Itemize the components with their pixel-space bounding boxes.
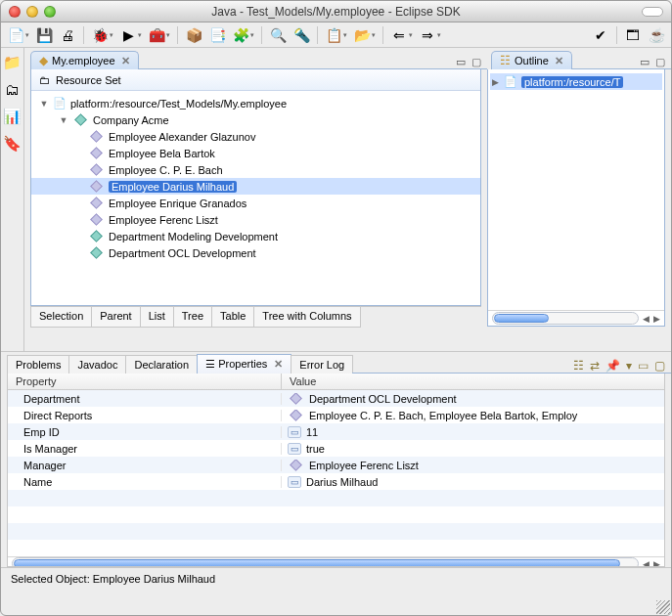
- chevron-down-icon[interactable]: ▾: [372, 31, 376, 39]
- expand-icon[interactable]: ▼: [59, 115, 68, 125]
- tree-employee[interactable]: Employee Bela Bartok: [31, 145, 480, 161]
- external-tools-button[interactable]: 🧰: [146, 25, 167, 45]
- properties-scrollbar[interactable]: ◀ ▶: [8, 556, 664, 567]
- chevron-down-icon[interactable]: ▾: [409, 31, 413, 39]
- view-tab-declaration[interactable]: Declaration: [125, 355, 198, 374]
- chevron-down-icon[interactable]: ▾: [166, 31, 170, 39]
- hierarchy-icon[interactable]: 🗂: [5, 81, 20, 98]
- window-titlebar: Java - Test_Models/My.employee - Eclipse…: [1, 1, 671, 22]
- toolbar-toggle-icon[interactable]: [642, 7, 663, 17]
- copy-button[interactable]: 📋: [323, 25, 344, 45]
- print-button[interactable]: 🖨: [57, 25, 78, 45]
- tree-company[interactable]: ▼ Company Acme: [31, 111, 480, 128]
- expand-icon[interactable]: ▼: [39, 99, 49, 109]
- tree-employee[interactable]: Employee Alexander Glazunov: [31, 128, 480, 145]
- status-bar: Selected Object: Employee Darius Milhaud: [1, 567, 671, 589]
- open-type-button[interactable]: 🔍: [267, 25, 289, 45]
- perspective-button[interactable]: 🗔: [622, 25, 644, 45]
- debug-button[interactable]: 🐞: [89, 25, 111, 45]
- tree-employee[interactable]: Employee Ferenc Liszt: [31, 211, 480, 228]
- save-button[interactable]: 💾: [33, 25, 55, 45]
- tree-employee[interactable]: Employee Darius Milhaud: [31, 178, 480, 195]
- tree-employee[interactable]: Employee C. P. E. Bach: [31, 161, 480, 178]
- editor-mode-tab[interactable]: Selection: [30, 307, 92, 328]
- property-row[interactable]: Name▭Darius Milhaud: [8, 473, 664, 490]
- pin-icon[interactable]: 📌: [605, 359, 620, 373]
- scroll-left-icon[interactable]: ◀: [643, 314, 650, 324]
- tree-root[interactable]: ▼ 📄 platform:/resource/Test_Models/My.em…: [31, 95, 480, 111]
- scrollbar-thumb[interactable]: [14, 559, 620, 567]
- maximize-view-icon[interactable]: ▢: [471, 56, 481, 68]
- view-tab-properties[interactable]: ☰ Properties ✕: [197, 354, 291, 374]
- editor-tab[interactable]: ◆ My.employee ✕: [30, 51, 139, 69]
- tree-icon[interactable]: ☷: [573, 359, 584, 373]
- value-column-header[interactable]: Value: [282, 374, 324, 389]
- minimize-view-icon[interactable]: ▭: [640, 56, 650, 68]
- validate-button[interactable]: ✔: [590, 25, 611, 45]
- minimize-view-icon[interactable]: ▭: [456, 56, 466, 68]
- scroll-left-icon[interactable]: ◀: [643, 559, 650, 568]
- chevron-down-icon[interactable]: ▾: [250, 31, 254, 39]
- property-row[interactable]: DepartmentDepartment OCL Development: [8, 390, 664, 407]
- property-value: 11: [306, 426, 318, 438]
- max-icon[interactable]: ▢: [654, 359, 665, 373]
- paste-button[interactable]: 📂: [351, 25, 373, 45]
- tree-item-label: Employee Bela Bartok: [109, 148, 215, 159]
- chevron-down-icon[interactable]: ▾: [25, 31, 29, 39]
- tree-department[interactable]: Department Modeling Development: [31, 228, 480, 244]
- chevron-down-icon[interactable]: ▾: [138, 31, 142, 39]
- new-button[interactable]: 📄: [5, 25, 26, 45]
- left-trim: 📁 🗂 📊 🔖: [1, 48, 24, 351]
- property-row[interactable]: Is Manager▭true: [8, 440, 664, 457]
- navigator-icon[interactable]: 📊: [3, 108, 22, 125]
- editor-tab-label: My.employee: [52, 55, 115, 66]
- close-icon[interactable]: ✕: [121, 55, 130, 67]
- filter-icon[interactable]: ⇄: [590, 359, 600, 373]
- resource-tree[interactable]: ▼ 📄 platform:/resource/Test_Models/My.em…: [31, 91, 480, 305]
- property-row[interactable]: Direct ReportsEmployee C. P. E. Bach, Em…: [8, 407, 664, 423]
- expand-icon[interactable]: ▶: [490, 77, 500, 87]
- property-row[interactable]: ManagerEmployee Ferenc Liszt: [8, 457, 664, 473]
- view-tab-javadoc[interactable]: Javadoc: [68, 355, 126, 374]
- menu-icon[interactable]: ▾: [626, 359, 632, 373]
- scrollbar-thumb[interactable]: [494, 314, 549, 323]
- back-button[interactable]: ⇐: [388, 25, 410, 45]
- java-perspective-button[interactable]: ☕: [646, 25, 667, 45]
- close-icon[interactable]: ✕: [555, 55, 563, 67]
- outline-tab[interactable]: ☷ Outline ✕: [491, 51, 572, 69]
- min-icon[interactable]: ▭: [638, 359, 649, 373]
- view-tab-error-log[interactable]: Error Log: [291, 355, 353, 374]
- editor-mode-tab[interactable]: Tree: [174, 307, 212, 328]
- bookmark-icon[interactable]: 🔖: [3, 135, 22, 153]
- chevron-down-icon[interactable]: ▾: [343, 31, 347, 39]
- outline-scrollbar[interactable]: ◀ ▶: [488, 310, 664, 326]
- chevron-down-icon[interactable]: ▾: [110, 31, 113, 39]
- resize-grip-icon[interactable]: [656, 600, 670, 614]
- tree-department[interactable]: Department OCL Development: [31, 244, 480, 261]
- outline-item[interactable]: ▶ 📄 platform:/resource/T: [490, 73, 662, 90]
- editor-mode-tab[interactable]: Tree with Columns: [254, 307, 360, 328]
- editor-mode-tab[interactable]: Parent: [92, 307, 140, 328]
- new-class-button[interactable]: 📑: [206, 25, 228, 45]
- search-button[interactable]: 🔦: [291, 25, 312, 45]
- package-explorer-icon[interactable]: 📁: [3, 54, 22, 71]
- new-package-button[interactable]: 📦: [183, 25, 204, 45]
- scroll-right-icon[interactable]: ▶: [653, 559, 660, 568]
- chevron-down-icon[interactable]: ▾: [437, 31, 441, 39]
- view-tab-problems[interactable]: Problems: [7, 355, 69, 374]
- diamond-icon: [90, 246, 103, 259]
- property-column-header[interactable]: Property: [8, 374, 282, 389]
- scroll-right-icon[interactable]: ▶: [653, 314, 660, 324]
- tree-employee[interactable]: Employee Enrique Granados: [31, 195, 480, 211]
- editor-mode-tab[interactable]: Table: [212, 307, 254, 328]
- maximize-view-icon[interactable]: ▢: [655, 56, 665, 68]
- forward-button[interactable]: ⇒: [417, 25, 438, 45]
- close-icon[interactable]: ✕: [274, 358, 283, 370]
- editor-mode-tab[interactable]: List: [141, 307, 174, 328]
- property-row[interactable]: Emp ID▭11: [8, 423, 664, 440]
- diamond-icon: [290, 393, 302, 405]
- new-type-button[interactable]: 🧩: [230, 25, 251, 45]
- run-button[interactable]: ▶: [117, 25, 139, 45]
- property-row-empty: [8, 506, 664, 523]
- diamond-icon: [90, 230, 103, 242]
